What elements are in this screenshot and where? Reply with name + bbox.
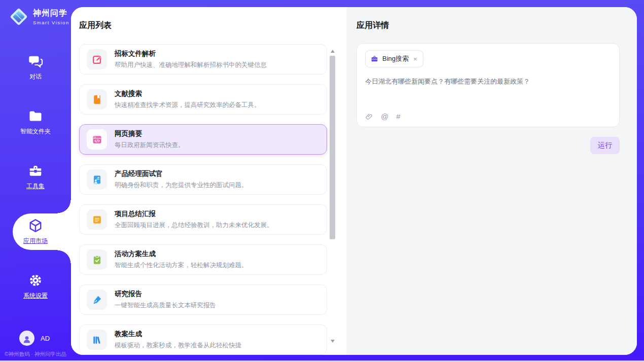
prompt-toolbar: @ # <box>365 112 401 121</box>
user-name: AD <box>41 335 50 342</box>
logo-text: 神州问学 Smart Vision <box>33 8 69 25</box>
edit-square-icon <box>87 49 107 69</box>
app-card-pm-interviewer[interactable]: 产品经理面试官 明确身份和职责，为您提供专业性的面试问题。 <box>79 164 327 195</box>
logo-title: 神州问学 <box>33 8 69 19</box>
app-card-title: 网页摘要 <box>115 129 185 138</box>
app-card-description: 智能生成个性化活动方案，轻松解决规划难题。 <box>115 261 248 270</box>
app-list-panel: 应用列表 招标文件解析 帮助用户快速、准确地理解和解析招标书中的关键信息 文献搜… <box>71 7 346 355</box>
browser-code-icon <box>87 129 107 150</box>
sidebar-item-chat[interactable]: 对话 <box>0 40 71 95</box>
folder-icon <box>28 108 43 124</box>
avatar[interactable] <box>19 331 34 346</box>
app-card-title: 项目总结汇报 <box>115 209 273 219</box>
app-card-title: 文献搜索 <box>115 89 261 98</box>
ink-pen-icon <box>87 289 107 310</box>
sidebar-item-label: 系统设置 <box>23 292 48 300</box>
app-card-description: 全面回顾项目进展，总结经验教训，助力未来优化发展。 <box>115 221 273 230</box>
scrollbar-thumb[interactable] <box>330 56 335 239</box>
app-card-description: 快速精准查找学术资源，提高研究效率的必备工具。 <box>115 101 261 110</box>
scrollbar[interactable] <box>330 49 336 344</box>
app-card-title: 教案生成 <box>115 330 241 339</box>
app-card-event-plan[interactable]: 活动方案生成 智能生成个性化活动方案，轻松解决规划难题。 <box>79 244 327 275</box>
tool-tag-bing-search[interactable]: Bing搜索 × <box>365 50 423 67</box>
prompt-input[interactable]: 今日湖北有哪些新闻要点？有哪些需要关注的最新政策？ <box>365 77 611 87</box>
app-card-description: 明确身份和职责，为您提供专业性的面试问题。 <box>115 181 248 190</box>
toolbox-icon <box>28 163 43 178</box>
gear-icon <box>28 273 43 288</box>
app-card-title: 产品经理面试官 <box>115 169 248 178</box>
sidebar-item-settings[interactable]: 系统设置 <box>0 259 71 314</box>
sidebar-item-label: 工具集 <box>26 182 45 191</box>
user-row[interactable]: AD <box>19 331 50 346</box>
sidebar-item-label: 对话 <box>29 73 42 81</box>
app-detail-panel: 应用详情 Bing搜索 × 今日湖北有哪些新闻要点？有哪些需要关注的最新政策？ <box>346 7 637 355</box>
books-icon <box>87 330 107 350</box>
app-card-description: 每日政府新闻资讯快查。 <box>115 141 185 150</box>
resume-icon <box>87 169 107 190</box>
prompt-card: Bing搜索 × 今日湖北有哪些新闻要点？有哪些需要关注的最新政策？ @ # <box>356 43 620 127</box>
scroll-down-icon[interactable] <box>331 340 335 343</box>
sidebar: 神州问学 Smart Vision 对话 智能文件夹 工具集 应用市场 系统设置… <box>0 0 71 362</box>
scroll-up-icon[interactable] <box>331 50 335 53</box>
app-card-title: 招标文件解析 <box>115 49 267 58</box>
app-card-research-report[interactable]: 研究报告 一键智能生成高质量长文本研究报告 <box>79 284 327 315</box>
sidebar-item-app-market[interactable]: 应用市场 <box>0 204 71 259</box>
logo-subtitle: Smart Vision <box>33 20 69 25</box>
app-list: 招标文件解析 帮助用户快速、准确地理解和解析招标书中的关键信息 文献搜索 快速精… <box>79 44 327 355</box>
sidebar-nav: 对话 智能文件夹 工具集 应用市场 系统设置 <box>0 40 71 314</box>
app-card-bid-analysis[interactable]: 招标文件解析 帮助用户快速、准确地理解和解析招标书中的关键信息 <box>79 44 327 75</box>
run-button[interactable]: 运行 <box>590 137 620 154</box>
app-card-web-summary[interactable]: 网页摘要 每日政府新闻资讯快查。 <box>79 124 327 155</box>
app-card-description: 模板驱动，教案秒成，教学准备从此轻松快捷 <box>115 341 241 350</box>
app-card-description: 帮助用户快速、准确地理解和解析招标书中的关键信息 <box>115 61 267 69</box>
app-card-project-summary[interactable]: 项目总结汇报 全面回顾项目进展，总结经验教训，助力未来优化发展。 <box>79 204 327 235</box>
app-card-title: 研究报告 <box>115 289 216 299</box>
app-list-title: 应用列表 <box>79 20 346 31</box>
app-card-description: 一键智能生成高质量长文本研究报告 <box>115 301 216 310</box>
mention-icon[interactable]: @ <box>381 112 388 121</box>
sidebar-item-label: 智能文件夹 <box>20 127 51 136</box>
app-card-literature-search[interactable]: 文献搜索 快速精准查找学术资源，提高研究效率的必备工具。 <box>79 84 327 115</box>
briefcase-icon <box>371 55 378 63</box>
content-area: 应用列表 招标文件解析 帮助用户快速、准确地理解和解析招标书中的关键信息 文献搜… <box>71 7 637 355</box>
book-icon <box>87 89 107 110</box>
cube-icon <box>28 218 43 233</box>
clipboard-check-icon <box>87 249 107 270</box>
copyright: ©神州数码 · 神州问学出品 <box>0 351 71 358</box>
attachment-icon[interactable] <box>365 113 373 121</box>
sidebar-item-label: 应用市场 <box>23 237 48 245</box>
sidebar-item-smart-folder[interactable]: 智能文件夹 <box>0 95 71 150</box>
chat-icon <box>28 54 43 69</box>
calendar-note-icon <box>87 209 107 230</box>
sidebar-item-toolset[interactable]: 工具集 <box>0 150 71 204</box>
tool-tag-label: Bing搜索 <box>382 54 409 63</box>
hashtag-icon[interactable]: # <box>396 112 400 121</box>
app-card-lesson-plan[interactable]: 教案生成 模板驱动，教案秒成，教学准备从此轻松快捷 <box>79 324 327 355</box>
logo-diamond-icon <box>8 6 29 27</box>
app-card-title: 活动方案生成 <box>115 249 248 259</box>
close-icon[interactable]: × <box>413 55 418 63</box>
logo: 神州问学 Smart Vision <box>8 6 69 27</box>
app-detail-title: 应用详情 <box>356 20 620 31</box>
